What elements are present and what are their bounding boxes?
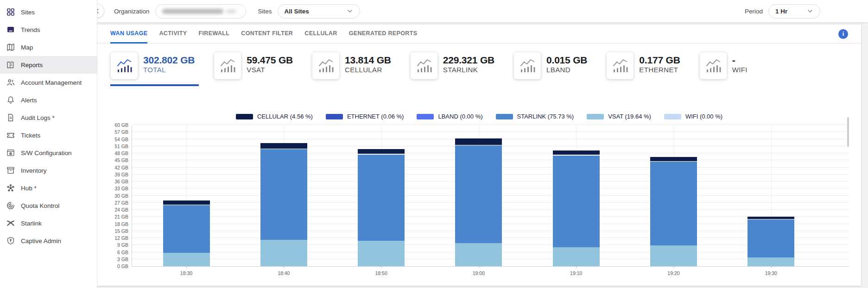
sites-select[interactable]: All Sites [278, 4, 360, 19]
sidebar-item-starlink[interactable]: Starlink [0, 214, 97, 232]
sidebar-item-label: Inventory [21, 167, 47, 174]
mini-chart-icon [700, 52, 727, 79]
stat-label: TOTAL [143, 66, 195, 74]
stat-card-total[interactable]: 302.802 GBTOTAL [110, 52, 199, 86]
sidebar-item-trends[interactable]: Trends [0, 21, 97, 38]
period-select[interactable]: 1 Hr [768, 4, 820, 19]
sidebar-item-reports[interactable]: Reports [0, 56, 97, 74]
y-axis-label: 21 GB [105, 214, 128, 219]
info-icon[interactable]: i [838, 29, 848, 39]
stacked-bar-19-00[interactable] [455, 138, 502, 266]
stat-value: 302.802 GB [143, 55, 195, 66]
sidebar-item-label: Reports [21, 62, 43, 69]
legend-item-lband[interactable]: LBAND (0.00 %) [417, 113, 482, 120]
legend-item-vsat[interactable]: VSAT (19.64 %) [587, 113, 651, 120]
legend-label: CELLULAR (4.56 %) [257, 113, 313, 120]
bar-segment-cellular [553, 150, 600, 155]
organization-select[interactable] [155, 4, 246, 19]
bar-segment-cellular [455, 138, 502, 145]
sidebar-item-label: Audit Logs * [21, 114, 55, 121]
legend-label: VSAT (19.64 %) [608, 113, 651, 120]
stacked-bar-19-20[interactable] [650, 157, 697, 266]
sidebar-item-audit-logs[interactable]: Audit Logs * [0, 109, 97, 126]
main-area: Organization Sites All Sites Period 1 Hr… [97, 0, 868, 288]
tab-cellular[interactable]: CELLULAR [304, 25, 337, 44]
stat-card-lband[interactable]: 0.015 GBLBAND [513, 52, 591, 86]
stat-card-cellular[interactable]: 13.814 GBCELLULAR [312, 52, 395, 86]
sidebar-item-sites[interactable]: Sites [0, 3, 97, 21]
audit-log-icon [6, 113, 15, 122]
tab-firewall[interactable]: FIREWALL [198, 25, 229, 44]
sidebar-item-s-w-configuration[interactable]: S/W Configuration [0, 144, 97, 162]
sidebar-item-inventory[interactable]: Inventory [0, 162, 97, 179]
sidebar-item-account-management[interactable]: Account Management [0, 74, 97, 91]
legend-label: LBAND (0.00 %) [438, 113, 482, 120]
tab-wan-usage[interactable]: WAN USAGE [110, 25, 147, 44]
reports-icon [6, 60, 15, 69]
legend-label: ETHERNET (0.06 %) [347, 113, 404, 120]
sidebar-item-captive-admin[interactable]: Captive Admin [0, 232, 97, 250]
stacked-bar-18-30[interactable] [163, 200, 210, 266]
sidebar-item-tickets[interactable]: Tickets [0, 126, 97, 144]
stat-label: WIFI [732, 66, 748, 74]
content-card: WAN USAGEACTIVITYFIREWALLCONTENT FILTERC… [97, 25, 861, 286]
sidebar-item-label: Tickets [21, 132, 40, 139]
mini-chart-icon [214, 52, 241, 79]
tab-content-filter[interactable]: CONTENT FILTER [241, 25, 293, 44]
legend-item-ethernet[interactable]: ETHERNET (0.06 %) [326, 113, 404, 120]
legend-swatch [417, 114, 434, 119]
y-axis-label: 60 GB [105, 122, 128, 128]
stacked-bar-18-40[interactable] [260, 143, 307, 266]
stacked-bar-19-30[interactable] [748, 217, 794, 266]
legend-swatch [664, 114, 681, 119]
y-axis-label: 39 GB [105, 172, 128, 177]
mini-chart-icon [111, 52, 138, 79]
legend-label: STARLINK (75.73 %) [517, 113, 574, 120]
sidebar-item-alerts[interactable]: Alerts [0, 91, 97, 109]
organization-value-redacted [162, 9, 223, 14]
scrollbar-thumb[interactable] [847, 117, 849, 147]
x-axis-label: 19:20 [667, 270, 679, 276]
sidebar-item-hub[interactable]: Hub * [0, 179, 97, 197]
legend-item-starlink[interactable]: STARLINK (75.73 %) [496, 113, 574, 120]
bar-segment-cellular [650, 157, 697, 162]
stacked-bar-19-10[interactable] [553, 150, 600, 266]
period-label: Period [745, 8, 763, 15]
x-axis-tick [479, 266, 479, 268]
sidebar-item-map[interactable]: Map [0, 38, 97, 56]
legend-item-wifi[interactable]: WIFI (0.00 %) [664, 113, 722, 120]
bar-segment-cellular [163, 200, 210, 205]
y-axis-label: 45 GB [105, 157, 128, 163]
sidebar-item-label: Map [21, 44, 33, 51]
organization-value-redacted-2 [226, 9, 236, 13]
stacked-bar-18-50[interactable] [358, 149, 405, 266]
account-icon [6, 78, 15, 87]
sidebar-item-label: Hub * [21, 185, 37, 192]
stat-card-ethernet[interactable]: 0.177 GBETHERNET [606, 52, 684, 86]
sites-label: Sites [258, 8, 272, 15]
legend-item-cellular[interactable]: CELLULAR (4.56 %) [236, 113, 313, 120]
x-axis-tick [186, 266, 187, 268]
stat-label: ETHERNET [639, 66, 680, 74]
sidebar-item-quota-kontrol[interactable]: Quota Kontrol [0, 197, 97, 214]
legend-label: WIFI (0.00 %) [685, 113, 722, 120]
tab-generated-reports[interactable]: GENERATED REPORTS [349, 25, 418, 44]
chevron-down-icon [347, 8, 353, 14]
tab-bar: WAN USAGEACTIVITYFIREWALLCONTENT FILTERC… [97, 25, 861, 44]
stats-row: 302.802 GBTOTAL59.475 GBVSAT13.814 GBCEL… [97, 44, 861, 86]
stat-card-starlink[interactable]: 229.321 GBSTARLINK [410, 52, 499, 86]
stat-card-wifi[interactable]: -WIFI [699, 52, 752, 86]
sidebar-item-label: Starlink [21, 220, 42, 227]
y-axis-label: 0 GB [105, 263, 128, 269]
mini-chart-icon [607, 52, 634, 79]
mini-chart-icon [312, 52, 339, 79]
sidebar-item-label: S/W Configuration [21, 150, 72, 157]
x-axis-tick [284, 266, 284, 268]
tab-activity[interactable]: ACTIVITY [159, 25, 187, 44]
sidebar-item-label: Sites [21, 9, 35, 16]
topbar: Organization Sites All Sites Period 1 Hr [97, 0, 868, 22]
bar-segment-starlink [163, 205, 210, 252]
map-icon [6, 43, 15, 52]
bar-segment-vsat [358, 241, 405, 266]
stat-card-vsat[interactable]: 59.475 GBVSAT [214, 52, 297, 86]
